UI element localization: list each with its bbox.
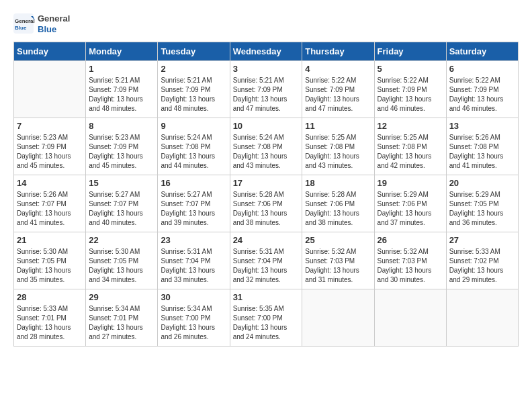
- day-cell: 7Sunrise: 5:23 AMSunset: 7:09 PMDaylight…: [14, 118, 86, 175]
- day-info: Sunrise: 5:35 AMSunset: 7:00 PMDaylight:…: [233, 304, 300, 342]
- day-number: 16: [161, 178, 226, 188]
- day-cell: 25Sunrise: 5:32 AMSunset: 7:03 PMDayligh…: [302, 232, 374, 289]
- day-info: Sunrise: 5:25 AMSunset: 7:08 PMDaylight:…: [305, 133, 371, 171]
- weekday-header-wednesday: Wednesday: [230, 42, 302, 61]
- day-number: 13: [449, 121, 515, 131]
- day-number: 1: [89, 64, 154, 74]
- day-number: 25: [305, 235, 371, 245]
- day-info: Sunrise: 5:22 AMSunset: 7:09 PMDaylight:…: [305, 76, 371, 113]
- day-cell: 22Sunrise: 5:30 AMSunset: 7:05 PMDayligh…: [86, 232, 158, 289]
- day-number: 2: [161, 64, 226, 74]
- day-cell: [14, 61, 86, 118]
- day-info: Sunrise: 5:33 AMSunset: 7:01 PMDaylight:…: [17, 304, 83, 342]
- day-info: Sunrise: 5:29 AMSunset: 7:05 PMDaylight:…: [449, 190, 515, 228]
- day-info: Sunrise: 5:23 AMSunset: 7:09 PMDaylight:…: [89, 133, 154, 171]
- weekday-header-tuesday: Tuesday: [158, 42, 230, 61]
- day-number: 10: [233, 121, 300, 131]
- day-number: 27: [449, 235, 515, 245]
- day-info: Sunrise: 5:28 AMSunset: 7:06 PMDaylight:…: [233, 190, 300, 228]
- day-cell: 10Sunrise: 5:24 AMSunset: 7:08 PMDayligh…: [230, 118, 302, 175]
- day-cell: 16Sunrise: 5:27 AMSunset: 7:07 PMDayligh…: [158, 175, 230, 232]
- logo-general: General: [38, 13, 70, 24]
- day-info: Sunrise: 5:30 AMSunset: 7:05 PMDaylight:…: [17, 247, 83, 285]
- day-cell: 23Sunrise: 5:31 AMSunset: 7:04 PMDayligh…: [158, 232, 230, 289]
- day-info: Sunrise: 5:23 AMSunset: 7:09 PMDaylight:…: [17, 133, 83, 171]
- week-row-3: 14Sunrise: 5:26 AMSunset: 7:07 PMDayligh…: [14, 175, 519, 232]
- logo-blue: Blue: [38, 24, 70, 35]
- day-number: 17: [233, 178, 300, 188]
- day-info: Sunrise: 5:22 AMSunset: 7:09 PMDaylight:…: [378, 76, 443, 113]
- day-number: 7: [17, 121, 83, 131]
- page-header: General Blue GeneralBlue: [13, 13, 519, 35]
- day-cell: 28Sunrise: 5:33 AMSunset: 7:01 PMDayligh…: [14, 289, 86, 347]
- day-info: Sunrise: 5:32 AMSunset: 7:03 PMDaylight:…: [378, 247, 443, 285]
- day-info: Sunrise: 5:28 AMSunset: 7:06 PMDaylight:…: [305, 190, 371, 228]
- day-number: 24: [233, 235, 300, 245]
- weekday-header-thursday: Thursday: [302, 42, 374, 61]
- day-number: 14: [17, 178, 83, 188]
- week-row-1: 1Sunrise: 5:21 AMSunset: 7:09 PMDaylight…: [14, 61, 519, 118]
- day-number: 30: [161, 292, 226, 302]
- weekday-header-monday: Monday: [86, 42, 158, 61]
- day-cell: 8Sunrise: 5:23 AMSunset: 7:09 PMDaylight…: [86, 118, 158, 175]
- day-number: 18: [305, 178, 371, 188]
- day-cell: 19Sunrise: 5:29 AMSunset: 7:06 PMDayligh…: [374, 175, 446, 232]
- day-cell: 2Sunrise: 5:21 AMSunset: 7:09 PMDaylight…: [158, 61, 230, 118]
- day-number: 3: [233, 64, 300, 74]
- day-cell: 29Sunrise: 5:34 AMSunset: 7:01 PMDayligh…: [86, 289, 158, 347]
- day-cell: 6Sunrise: 5:22 AMSunset: 7:09 PMDaylight…: [446, 61, 518, 118]
- day-number: 5: [378, 64, 443, 74]
- day-cell: 13Sunrise: 5:26 AMSunset: 7:08 PMDayligh…: [446, 118, 518, 175]
- day-info: Sunrise: 5:25 AMSunset: 7:08 PMDaylight:…: [378, 133, 443, 171]
- day-number: 31: [233, 292, 300, 302]
- day-number: 21: [17, 235, 83, 245]
- day-info: Sunrise: 5:24 AMSunset: 7:08 PMDaylight:…: [233, 133, 300, 171]
- day-cell: 4Sunrise: 5:22 AMSunset: 7:09 PMDaylight…: [302, 61, 374, 118]
- day-cell: 31Sunrise: 5:35 AMSunset: 7:00 PMDayligh…: [230, 289, 302, 347]
- weekday-header-row: SundayMondayTuesdayWednesdayThursdayFrid…: [14, 42, 519, 61]
- day-info: Sunrise: 5:22 AMSunset: 7:09 PMDaylight:…: [449, 76, 515, 113]
- day-number: 19: [378, 178, 443, 188]
- day-info: Sunrise: 5:27 AMSunset: 7:07 PMDaylight:…: [161, 190, 226, 228]
- day-number: 22: [89, 235, 154, 245]
- day-cell: 11Sunrise: 5:25 AMSunset: 7:08 PMDayligh…: [302, 118, 374, 175]
- day-number: 12: [378, 121, 443, 131]
- day-number: 29: [89, 292, 154, 302]
- day-number: 20: [449, 178, 515, 188]
- weekday-header-friday: Friday: [374, 42, 446, 61]
- day-number: 8: [89, 121, 154, 131]
- day-cell: [446, 289, 518, 347]
- day-cell: 14Sunrise: 5:26 AMSunset: 7:07 PMDayligh…: [14, 175, 86, 232]
- day-info: Sunrise: 5:24 AMSunset: 7:08 PMDaylight:…: [161, 133, 226, 171]
- day-info: Sunrise: 5:30 AMSunset: 7:05 PMDaylight:…: [89, 247, 154, 285]
- day-cell: [374, 289, 446, 347]
- day-info: Sunrise: 5:21 AMSunset: 7:09 PMDaylight:…: [233, 76, 300, 113]
- day-cell: 26Sunrise: 5:32 AMSunset: 7:03 PMDayligh…: [374, 232, 446, 289]
- day-cell: 9Sunrise: 5:24 AMSunset: 7:08 PMDaylight…: [158, 118, 230, 175]
- logo: General Blue GeneralBlue: [13, 13, 70, 35]
- day-cell: 30Sunrise: 5:34 AMSunset: 7:00 PMDayligh…: [158, 289, 230, 347]
- day-number: 23: [161, 235, 226, 245]
- day-cell: 27Sunrise: 5:33 AMSunset: 7:02 PMDayligh…: [446, 232, 518, 289]
- logo-icon: General Blue: [13, 13, 35, 35]
- day-info: Sunrise: 5:27 AMSunset: 7:07 PMDaylight:…: [89, 190, 154, 228]
- day-info: Sunrise: 5:32 AMSunset: 7:03 PMDaylight:…: [305, 247, 371, 285]
- day-info: Sunrise: 5:26 AMSunset: 7:07 PMDaylight:…: [17, 190, 83, 228]
- weekday-header-saturday: Saturday: [446, 42, 518, 61]
- day-cell: 18Sunrise: 5:28 AMSunset: 7:06 PMDayligh…: [302, 175, 374, 232]
- calendar-table: SundayMondayTuesdayWednesdayThursdayFrid…: [13, 42, 519, 347]
- weekday-header-sunday: Sunday: [14, 42, 86, 61]
- day-info: Sunrise: 5:33 AMSunset: 7:02 PMDaylight:…: [449, 247, 515, 285]
- day-number: 4: [305, 64, 371, 74]
- day-cell: 3Sunrise: 5:21 AMSunset: 7:09 PMDaylight…: [230, 61, 302, 118]
- day-number: 9: [161, 121, 226, 131]
- day-info: Sunrise: 5:31 AMSunset: 7:04 PMDaylight:…: [233, 247, 300, 285]
- day-info: Sunrise: 5:34 AMSunset: 7:01 PMDaylight:…: [89, 304, 154, 342]
- day-cell: 24Sunrise: 5:31 AMSunset: 7:04 PMDayligh…: [230, 232, 302, 289]
- day-info: Sunrise: 5:26 AMSunset: 7:08 PMDaylight:…: [449, 133, 515, 171]
- day-info: Sunrise: 5:21 AMSunset: 7:09 PMDaylight:…: [161, 76, 226, 113]
- week-row-4: 21Sunrise: 5:30 AMSunset: 7:05 PMDayligh…: [14, 232, 519, 289]
- day-cell: 20Sunrise: 5:29 AMSunset: 7:05 PMDayligh…: [446, 175, 518, 232]
- day-info: Sunrise: 5:29 AMSunset: 7:06 PMDaylight:…: [378, 190, 443, 228]
- week-row-5: 28Sunrise: 5:33 AMSunset: 7:01 PMDayligh…: [14, 289, 519, 347]
